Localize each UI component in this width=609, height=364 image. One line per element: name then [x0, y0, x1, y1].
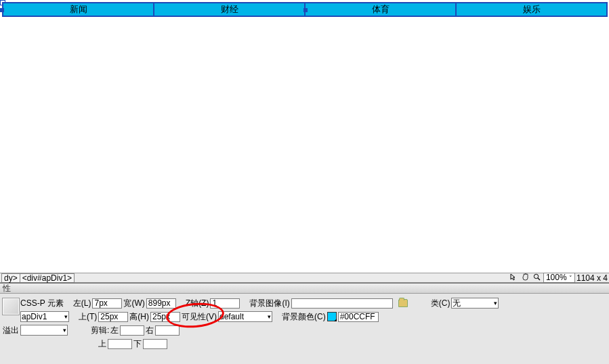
nav-item-entertainment[interactable]: 娱乐 [455, 3, 606, 16]
selection-handle-mid-left[interactable] [0, 8, 4, 12]
chevron-down-icon: ˅ [569, 275, 572, 281]
input-clip-l[interactable] [120, 325, 144, 336]
label-clip-r: 右 [146, 325, 154, 336]
svg-point-0 [534, 274, 538, 278]
element-icon [2, 298, 20, 315]
zoom-icon[interactable] [532, 273, 542, 283]
label-zindex: Z轴(Z) [186, 298, 209, 309]
zoom-select[interactable]: 100% ˅ [543, 273, 575, 283]
select-visibility[interactable]: default ▾ [218, 311, 272, 322]
pointer-icon[interactable] [509, 273, 519, 283]
bgcolor-swatch[interactable] [327, 312, 337, 321]
nav-item-finance[interactable]: 财经 [153, 3, 304, 16]
row-id: apDiv1 ▾ 上(T) 25px 高(H) 25px 可见性(V) defa… [20, 310, 608, 323]
input-clip-b[interactable] [143, 339, 167, 349]
input-clip-r[interactable] [155, 325, 180, 336]
view-tools: 100% ˅ 1104 x 4 [509, 273, 608, 283]
chevron-down-icon: ▾ [63, 327, 66, 334]
label-visibility: 可见性(V) [182, 311, 217, 323]
label-overflow: 溢出 [3, 325, 19, 336]
design-canvas[interactable]: 新闻 财经 体育 娱乐 [0, 0, 609, 273]
input-width[interactable]: 899px [146, 298, 176, 309]
label-clip-l: 左 [110, 325, 119, 336]
input-left[interactable]: 7px [92, 298, 122, 309]
input-height[interactable]: 25px [150, 312, 180, 322]
selection-handle-mid-center[interactable] [303, 8, 308, 12]
tag-selector-bar: dy> <div#apDiv1> 100% ˅ 1104 x 4 [0, 273, 609, 283]
label-bgimage: 背景图像(I) [249, 298, 289, 309]
select-overflow[interactable]: ▾ [20, 325, 68, 336]
input-zindex[interactable]: 1 [210, 298, 240, 309]
nav-item-sports[interactable]: 体育 [304, 3, 455, 16]
label-clip-t: 上 [98, 338, 106, 350]
row-cssp: CSS-P 元素 左(L) 7px 宽(W) 899px Z轴(Z) 1 背景图… [20, 296, 608, 310]
select-id[interactable]: apDiv1 ▾ [20, 311, 69, 322]
class-value: 无 [453, 298, 461, 309]
chevron-down-icon: ▾ [268, 313, 271, 320]
properties-panel: 性 CSS-P 元素 左(L) 7px 宽(W) 899px Z轴(Z) 1 背… [0, 283, 609, 364]
chevron-down-icon: ▾ [494, 300, 497, 306]
row-overflow: 溢出 ▾ 剪辑: 左 右 [3, 323, 608, 337]
label-clip-b: 下 [133, 338, 142, 350]
crumb-apdiv1[interactable]: <div#apDiv1> [20, 273, 75, 283]
label-bgcolor: 背景颜色(C) [282, 311, 326, 323]
label-clip: 剪辑: [91, 325, 109, 336]
label-width: 宽(W) [123, 298, 144, 309]
crumb-body[interactable]: dy> [1, 273, 20, 283]
id-value: apDiv1 [22, 312, 47, 321]
hand-icon[interactable] [520, 273, 530, 283]
input-bgimage[interactable] [291, 298, 393, 309]
canvas-dimensions: 1104 x 4 [576, 273, 608, 283]
label-height: 高(H) [129, 311, 149, 323]
breadcrumb[interactable]: dy> <div#apDiv1> [1, 273, 75, 283]
label-cssp: CSS-P 元素 [20, 298, 64, 309]
select-class[interactable]: 无 ▾ [451, 298, 499, 309]
label-top: 上(T) [79, 311, 97, 323]
row-clip2: 上 下 [3, 337, 608, 350]
input-clip-t[interactable] [108, 339, 132, 349]
folder-icon[interactable] [398, 299, 408, 307]
nav-item-news[interactable]: 新闻 [3, 3, 153, 16]
label-class: 类(C) [431, 298, 450, 309]
properties-panel-title[interactable]: 性 [0, 283, 609, 294]
input-bgcolor[interactable]: #00CCFF [338, 312, 379, 322]
chevron-down-icon: ▾ [64, 313, 68, 320]
input-top[interactable]: 25px [98, 312, 128, 322]
svg-line-1 [538, 278, 540, 280]
visibility-value: default [219, 312, 244, 321]
zoom-value: 100% [546, 273, 567, 282]
label-left: 左(L) [73, 298, 91, 309]
